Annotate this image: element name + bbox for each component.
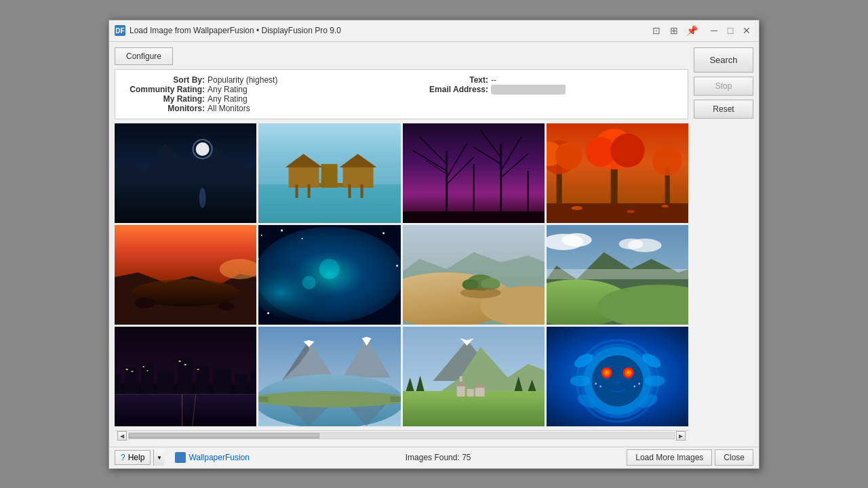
svg-point-154 (595, 382, 597, 384)
svg-rect-119 (391, 396, 401, 402)
svg-point-59 (302, 238, 303, 239)
filter-group-right: Text: -- Email Address: ████████████ (407, 75, 679, 113)
image-cell[interactable] (115, 225, 256, 325)
svg-point-67 (319, 259, 340, 279)
filter-group-left: Sort By: Popularity (highest) Community … (123, 75, 396, 113)
svg-point-117 (258, 391, 400, 407)
svg-point-141 (570, 375, 590, 386)
image-cell[interactable] (547, 123, 688, 223)
svg-point-76 (460, 287, 500, 298)
svg-rect-105 (115, 394, 256, 426)
image-cell[interactable] (547, 327, 688, 426)
svg-point-45 (571, 206, 582, 210)
svg-point-142 (644, 375, 665, 386)
svg-rect-17 (361, 184, 363, 198)
toolbar: Configure (115, 47, 688, 65)
svg-rect-131 (459, 376, 462, 382)
icon-btn-3[interactable]: 📌 (686, 24, 698, 37)
my-rating-row: My Rating: Any Rating (123, 94, 396, 104)
image-cell[interactable] (258, 225, 400, 325)
svg-point-155 (633, 385, 635, 387)
scroll-left-arrow[interactable]: ◀ (117, 431, 127, 441)
scroll-track[interactable] (128, 432, 675, 439)
monitors-label: Monitors: (123, 104, 205, 113)
image-cell[interactable] (115, 123, 256, 223)
svg-rect-90 (142, 364, 154, 394)
svg-point-151 (627, 371, 629, 374)
image-cell[interactable] (547, 225, 688, 325)
scroll-right-arrow[interactable]: ▶ (676, 431, 686, 441)
scroll-thumb[interactable] (129, 433, 319, 439)
stop-button[interactable]: Stop (694, 77, 753, 96)
text-row: Text: -- (407, 75, 679, 85)
main-panel: Configure Sort By: Popularity (highest) … (115, 47, 688, 441)
community-rating-row: Community Rating: Any Rating (123, 85, 396, 94)
window-controls: ─ □ ✕ (707, 24, 753, 37)
svg-rect-9 (321, 164, 338, 188)
window-icons: ⊡ ⊞ 📌 (650, 24, 698, 37)
svg-rect-133 (467, 389, 473, 396)
search-button[interactable]: Search (694, 47, 753, 73)
svg-rect-94 (213, 369, 232, 394)
wallpaperfusion-icon (175, 452, 186, 463)
svg-point-41 (610, 134, 644, 167)
minimize-button[interactable]: ─ (707, 24, 721, 37)
image-cell[interactable] (403, 327, 545, 426)
svg-point-84 (618, 239, 643, 249)
svg-rect-92 (178, 357, 193, 394)
wallpaperfusion-link[interactable]: WallpaperFusion (175, 452, 250, 463)
main-window: DF Load Image from WallpaperFusion • Dis… (108, 20, 760, 469)
image-cell[interactable] (258, 327, 400, 426)
image-cell[interactable] (258, 123, 400, 223)
titlebar: DF Load Image from WallpaperFusion • Dis… (109, 20, 759, 42)
svg-point-82 (561, 233, 591, 247)
svg-rect-97 (126, 369, 128, 370)
icon-btn-1[interactable]: ⊡ (650, 24, 663, 37)
my-rating-label: My Rating: (123, 94, 205, 104)
svg-point-3 (196, 142, 210, 156)
image-cell[interactable] (115, 327, 256, 426)
svg-point-66 (267, 312, 269, 314)
svg-rect-2 (115, 184, 256, 223)
svg-rect-96 (250, 371, 257, 394)
svg-point-47 (661, 205, 668, 207)
svg-rect-7 (258, 184, 400, 223)
svg-rect-102 (184, 364, 186, 365)
sort-by-label: Sort By: (123, 75, 205, 85)
configure-button[interactable]: Configure (115, 47, 173, 65)
svg-rect-100 (147, 370, 149, 371)
help-icon: ? (121, 453, 125, 462)
sort-by-row: Sort By: Popularity (highest) (123, 75, 396, 85)
svg-point-68 (302, 276, 316, 289)
images-found: Images Found: 75 (406, 453, 471, 462)
filter-panel: Sort By: Popularity (highest) Community … (115, 69, 688, 119)
svg-point-150 (605, 371, 608, 374)
svg-rect-129 (456, 386, 465, 396)
svg-rect-134 (475, 388, 484, 396)
image-cell[interactable] (403, 123, 545, 223)
image-grid (115, 123, 688, 426)
close-dialog-button[interactable]: Close (715, 449, 753, 466)
community-rating-label: Community Rating: (123, 85, 205, 94)
content-area: Configure Sort By: Popularity (highest) … (109, 42, 759, 447)
close-button[interactable]: ✕ (740, 24, 753, 37)
svg-point-63 (396, 264, 398, 266)
restore-button[interactable]: □ (724, 24, 737, 37)
svg-rect-32 (403, 211, 545, 223)
reset-button[interactable]: Reset (694, 100, 753, 119)
sort-by-value: Popularity (highest) (208, 75, 277, 85)
svg-rect-101 (179, 361, 181, 362)
help-dropdown[interactable]: ▼ (153, 449, 164, 466)
image-cell[interactable] (403, 225, 545, 325)
svg-rect-98 (132, 371, 134, 372)
svg-point-58 (281, 229, 283, 231)
help-label: Help (128, 453, 145, 462)
svg-rect-14 (296, 184, 298, 198)
help-button[interactable]: ? Help (115, 450, 151, 465)
icon-btn-2[interactable]: ⊞ (668, 24, 680, 37)
text-label: Text: (407, 75, 488, 85)
load-more-button[interactable]: Load More Images (627, 449, 712, 466)
svg-point-46 (627, 210, 635, 213)
svg-point-60 (382, 232, 384, 234)
svg-rect-15 (308, 184, 311, 198)
